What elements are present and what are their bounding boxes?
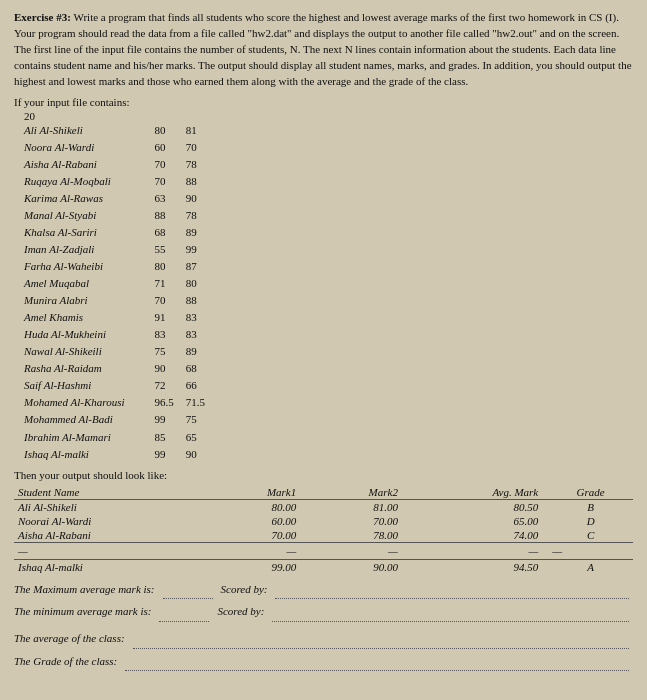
list-item: 60	[155, 139, 174, 156]
list-item: 70	[155, 156, 174, 173]
student-data-table: Ali Al-Shikeli Noora Al-Wardi Aisha Al-R…	[24, 122, 633, 463]
min-dotted	[159, 602, 209, 622]
list-item: Nawal Al-Shikeili	[24, 343, 125, 360]
avg-value: 74.00	[408, 528, 548, 543]
list-item: 78	[186, 207, 205, 224]
avg-value: 80.50	[408, 499, 548, 514]
list-item: Mohamed Al-Kharousi	[24, 394, 125, 411]
list-item: Amel Khamis	[24, 309, 125, 326]
output-table: Student Name Mark1 Mark2 Avg. Mark Grade…	[14, 485, 633, 574]
list-item: 89	[186, 224, 205, 241]
mark1-value: 80.00	[205, 499, 307, 514]
mark2-value: 78.00	[306, 528, 408, 543]
list-item: Iman Al-Zadjali	[24, 241, 125, 258]
col-header-grade: Grade	[548, 485, 633, 500]
n-value: 20	[24, 110, 633, 122]
avg-class-line: The average of the class:	[14, 629, 633, 652]
list-item: 88	[186, 292, 205, 309]
list-item: 75	[186, 411, 205, 428]
list-item: 87	[186, 258, 205, 275]
list-item: 90	[186, 190, 205, 207]
grade-last: A	[548, 559, 633, 574]
list-item: Aisha Al-Rabani	[24, 156, 125, 173]
avg-class-dotted	[133, 629, 629, 649]
output-label: Then your output should look like:	[14, 469, 633, 481]
list-item: Huda Al-Mukheini	[24, 326, 125, 343]
input-section: If your input file contains: 20 Ali Al-S…	[14, 96, 633, 463]
list-item: Noora Al-Wardi	[24, 139, 125, 156]
list-item: 70	[186, 139, 205, 156]
list-item: 88	[155, 207, 174, 224]
list-item: Khalsa Al-Sariri	[24, 224, 125, 241]
grade-class-dotted	[125, 652, 629, 672]
list-item: 70	[155, 173, 174, 190]
ellipsis-row: — — — — —	[14, 542, 633, 559]
grade-value: D	[548, 514, 633, 528]
exercise-description: Write a program that finds all students …	[14, 11, 632, 87]
scored-by-label-max: Scored by:	[221, 580, 268, 599]
max-mark-label: The Maximum average mark is:	[14, 580, 155, 599]
table-row: Aisha Al-Rabani 70.00 78.00 74.00 C	[14, 528, 633, 543]
min-mark-line: The minimum average mark is: Scored by:	[14, 602, 633, 625]
max-mark-line: The Maximum average mark is: Scored by:	[14, 580, 633, 603]
list-item: 90	[155, 360, 174, 377]
max-scored-dotted	[275, 580, 629, 600]
ellipsis-m1: —	[205, 542, 307, 559]
list-item: 83	[186, 309, 205, 326]
mark2-col: 81 70 78 88 90 78 89 99 87 80 88 83 83 8…	[186, 122, 205, 463]
list-item: 89	[186, 343, 205, 360]
student-name: Ali Al-Shikeli	[14, 499, 205, 514]
list-item: 99	[186, 241, 205, 258]
mark1-last: 99.00	[205, 559, 307, 574]
min-scored-dotted	[272, 602, 629, 622]
exercise-text: Exercise #3: Write a program that finds …	[14, 10, 633, 90]
list-item: Saif Al-Hashmi	[24, 377, 125, 394]
list-item: Ruqaya Al-Moqbali	[24, 173, 125, 190]
table-row: Noorai Al-Wardi 60.00 70.00 65.00 D	[14, 514, 633, 528]
list-item: 80	[155, 122, 174, 139]
avg-last: 94.50	[408, 559, 548, 574]
list-item: 83	[186, 326, 205, 343]
list-item: Ibrahim Al-Mamari	[24, 429, 125, 446]
ellipsis-m2: —	[306, 542, 408, 559]
grade-class-line: The Grade of the class:	[14, 652, 633, 675]
footer-section: The Maximum average mark is: Scored by: …	[14, 580, 633, 675]
list-item: 83	[155, 326, 174, 343]
list-item: Farha Al-Waheibi	[24, 258, 125, 275]
list-item: 80	[186, 275, 205, 292]
scored-by-label-min: Scored by:	[217, 602, 264, 621]
col-header-avg: Avg. Mark	[408, 485, 548, 500]
list-item: 80	[155, 258, 174, 275]
list-item: Manal Al-Styabi	[24, 207, 125, 224]
list-item: 85	[155, 429, 174, 446]
list-item: 75	[155, 343, 174, 360]
ellipsis-grade: —	[548, 542, 633, 559]
list-item: 91	[155, 309, 174, 326]
list-item: Ishaq Al-malki	[24, 446, 125, 463]
ellipsis-name: —	[14, 542, 205, 559]
list-item: Mohammed Al-Badi	[24, 411, 125, 428]
ellipsis-avg: —	[408, 542, 548, 559]
student-name-last: Ishaq Al-malki	[14, 559, 205, 574]
student-names-col: Ali Al-Shikeli Noora Al-Wardi Aisha Al-R…	[24, 122, 125, 463]
list-item: 71	[155, 275, 174, 292]
col-header-m2: Mark2	[306, 485, 408, 500]
list-item: 72	[155, 377, 174, 394]
list-item: 55	[155, 241, 174, 258]
grade-class-label: The Grade of the class:	[14, 652, 117, 671]
table-header-row: Student Name Mark1 Mark2 Avg. Mark Grade	[14, 485, 633, 500]
list-item: 96.5	[155, 394, 174, 411]
avg-class-label: The average of the class:	[14, 629, 125, 648]
mark1-value: 70.00	[205, 528, 307, 543]
list-item: 81	[186, 122, 205, 139]
min-mark-label: The minimum average mark is:	[14, 602, 151, 621]
list-item: 68	[186, 360, 205, 377]
list-item: 63	[155, 190, 174, 207]
table-row: Ali Al-Shikeli 80.00 81.00 80.50 B	[14, 499, 633, 514]
list-item: Rasha Al-Raidam	[24, 360, 125, 377]
mark2-value: 81.00	[306, 499, 408, 514]
list-item: 88	[186, 173, 205, 190]
list-item: 65	[186, 429, 205, 446]
col-header-m1: Mark1	[205, 485, 307, 500]
list-item: 71.5	[186, 394, 205, 411]
